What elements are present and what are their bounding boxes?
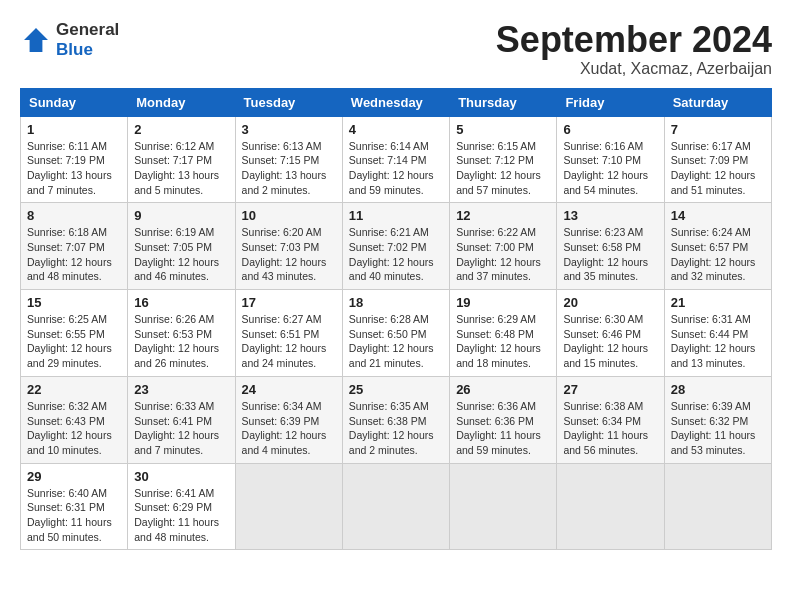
calendar-cell: 1 Sunrise: 6:11 AM Sunset: 7:19 PM Dayli…: [21, 116, 128, 203]
day-info: Sunrise: 6:29 AM Sunset: 6:48 PM Dayligh…: [456, 312, 550, 371]
month-title: September 2024: [496, 20, 772, 60]
calendar-cell: 8 Sunrise: 6:18 AM Sunset: 7:07 PM Dayli…: [21, 203, 128, 290]
calendar-cell: 23 Sunrise: 6:33 AM Sunset: 6:41 PM Dayl…: [128, 376, 235, 463]
day-number: 16: [134, 295, 228, 310]
calendar-cell: 11 Sunrise: 6:21 AM Sunset: 7:02 PM Dayl…: [342, 203, 449, 290]
day-number: 5: [456, 122, 550, 137]
day-info: Sunrise: 6:27 AM Sunset: 6:51 PM Dayligh…: [242, 312, 336, 371]
day-info: Sunrise: 6:12 AM Sunset: 7:17 PM Dayligh…: [134, 139, 228, 198]
calendar-cell: 18 Sunrise: 6:28 AM Sunset: 6:50 PM Dayl…: [342, 290, 449, 377]
day-number: 8: [27, 208, 121, 223]
day-number: 1: [27, 122, 121, 137]
day-number: 15: [27, 295, 121, 310]
calendar-cell: 24 Sunrise: 6:34 AM Sunset: 6:39 PM Dayl…: [235, 376, 342, 463]
calendar-cell: 14 Sunrise: 6:24 AM Sunset: 6:57 PM Dayl…: [664, 203, 771, 290]
day-number: 9: [134, 208, 228, 223]
day-info: Sunrise: 6:26 AM Sunset: 6:53 PM Dayligh…: [134, 312, 228, 371]
calendar-cell: [342, 463, 449, 550]
day-number: 27: [563, 382, 657, 397]
day-number: 12: [456, 208, 550, 223]
day-info: Sunrise: 6:40 AM Sunset: 6:31 PM Dayligh…: [27, 486, 121, 545]
calendar-cell: 22 Sunrise: 6:32 AM Sunset: 6:43 PM Dayl…: [21, 376, 128, 463]
day-info: Sunrise: 6:20 AM Sunset: 7:03 PM Dayligh…: [242, 225, 336, 284]
calendar-cell: [557, 463, 664, 550]
day-info: Sunrise: 6:36 AM Sunset: 6:36 PM Dayligh…: [456, 399, 550, 458]
day-info: Sunrise: 6:33 AM Sunset: 6:41 PM Dayligh…: [134, 399, 228, 458]
day-info: Sunrise: 6:24 AM Sunset: 6:57 PM Dayligh…: [671, 225, 765, 284]
calendar-cell: 9 Sunrise: 6:19 AM Sunset: 7:05 PM Dayli…: [128, 203, 235, 290]
day-info: Sunrise: 6:31 AM Sunset: 6:44 PM Dayligh…: [671, 312, 765, 371]
location: Xudat, Xacmaz, Azerbaijan: [496, 60, 772, 78]
day-info: Sunrise: 6:13 AM Sunset: 7:15 PM Dayligh…: [242, 139, 336, 198]
day-number: 11: [349, 208, 443, 223]
calendar-cell: [235, 463, 342, 550]
day-info: Sunrise: 6:11 AM Sunset: 7:19 PM Dayligh…: [27, 139, 121, 198]
day-info: Sunrise: 6:38 AM Sunset: 6:34 PM Dayligh…: [563, 399, 657, 458]
logo-blue: Blue: [56, 40, 93, 59]
logo-general: General: [56, 20, 119, 39]
calendar-cell: 28 Sunrise: 6:39 AM Sunset: 6:32 PM Dayl…: [664, 376, 771, 463]
day-info: Sunrise: 6:15 AM Sunset: 7:12 PM Dayligh…: [456, 139, 550, 198]
day-number: 21: [671, 295, 765, 310]
calendar-cell: 2 Sunrise: 6:12 AM Sunset: 7:17 PM Dayli…: [128, 116, 235, 203]
day-number: 18: [349, 295, 443, 310]
calendar-cell: 7 Sunrise: 6:17 AM Sunset: 7:09 PM Dayli…: [664, 116, 771, 203]
day-number: 2: [134, 122, 228, 137]
calendar-cell: 6 Sunrise: 6:16 AM Sunset: 7:10 PM Dayli…: [557, 116, 664, 203]
logo-text: General Blue: [56, 20, 119, 61]
day-info: Sunrise: 6:18 AM Sunset: 7:07 PM Dayligh…: [27, 225, 121, 284]
day-number: 3: [242, 122, 336, 137]
day-info: Sunrise: 6:28 AM Sunset: 6:50 PM Dayligh…: [349, 312, 443, 371]
calendar-cell: 21 Sunrise: 6:31 AM Sunset: 6:44 PM Dayl…: [664, 290, 771, 377]
day-info: Sunrise: 6:17 AM Sunset: 7:09 PM Dayligh…: [671, 139, 765, 198]
day-info: Sunrise: 6:22 AM Sunset: 7:00 PM Dayligh…: [456, 225, 550, 284]
day-number: 10: [242, 208, 336, 223]
calendar-table: SundayMondayTuesdayWednesdayThursdayFrid…: [20, 88, 772, 551]
day-number: 24: [242, 382, 336, 397]
calendar-cell: 30 Sunrise: 6:41 AM Sunset: 6:29 PM Dayl…: [128, 463, 235, 550]
calendar-cell: [664, 463, 771, 550]
calendar-header: SundayMondayTuesdayWednesdayThursdayFrid…: [21, 88, 772, 116]
calendar-cell: 19 Sunrise: 6:29 AM Sunset: 6:48 PM Dayl…: [450, 290, 557, 377]
calendar-cell: 17 Sunrise: 6:27 AM Sunset: 6:51 PM Dayl…: [235, 290, 342, 377]
calendar-cell: 27 Sunrise: 6:38 AM Sunset: 6:34 PM Dayl…: [557, 376, 664, 463]
day-info: Sunrise: 6:19 AM Sunset: 7:05 PM Dayligh…: [134, 225, 228, 284]
day-number: 19: [456, 295, 550, 310]
title-block: September 2024 Xudat, Xacmaz, Azerbaijan: [496, 20, 772, 78]
day-number: 25: [349, 382, 443, 397]
day-info: Sunrise: 6:30 AM Sunset: 6:46 PM Dayligh…: [563, 312, 657, 371]
day-number: 23: [134, 382, 228, 397]
day-info: Sunrise: 6:41 AM Sunset: 6:29 PM Dayligh…: [134, 486, 228, 545]
weekday-header: Sunday: [21, 88, 128, 116]
day-info: Sunrise: 6:35 AM Sunset: 6:38 PM Dayligh…: [349, 399, 443, 458]
calendar-cell: 3 Sunrise: 6:13 AM Sunset: 7:15 PM Dayli…: [235, 116, 342, 203]
svg-marker-0: [24, 28, 48, 52]
day-number: 28: [671, 382, 765, 397]
day-info: Sunrise: 6:32 AM Sunset: 6:43 PM Dayligh…: [27, 399, 121, 458]
day-number: 29: [27, 469, 121, 484]
weekday-header: Friday: [557, 88, 664, 116]
calendar-cell: [450, 463, 557, 550]
day-number: 22: [27, 382, 121, 397]
day-info: Sunrise: 6:23 AM Sunset: 6:58 PM Dayligh…: [563, 225, 657, 284]
page-header: General Blue September 2024 Xudat, Xacma…: [20, 20, 772, 78]
day-number: 17: [242, 295, 336, 310]
weekday-header: Tuesday: [235, 88, 342, 116]
day-info: Sunrise: 6:21 AM Sunset: 7:02 PM Dayligh…: [349, 225, 443, 284]
day-info: Sunrise: 6:39 AM Sunset: 6:32 PM Dayligh…: [671, 399, 765, 458]
calendar-cell: 26 Sunrise: 6:36 AM Sunset: 6:36 PM Dayl…: [450, 376, 557, 463]
day-number: 7: [671, 122, 765, 137]
day-number: 20: [563, 295, 657, 310]
logo-icon: [20, 24, 52, 56]
calendar-cell: 16 Sunrise: 6:26 AM Sunset: 6:53 PM Dayl…: [128, 290, 235, 377]
day-number: 4: [349, 122, 443, 137]
calendar-cell: 15 Sunrise: 6:25 AM Sunset: 6:55 PM Dayl…: [21, 290, 128, 377]
weekday-header: Monday: [128, 88, 235, 116]
logo: General Blue: [20, 20, 119, 61]
calendar-cell: 5 Sunrise: 6:15 AM Sunset: 7:12 PM Dayli…: [450, 116, 557, 203]
day-number: 14: [671, 208, 765, 223]
calendar-cell: 20 Sunrise: 6:30 AM Sunset: 6:46 PM Dayl…: [557, 290, 664, 377]
day-info: Sunrise: 6:25 AM Sunset: 6:55 PM Dayligh…: [27, 312, 121, 371]
day-info: Sunrise: 6:16 AM Sunset: 7:10 PM Dayligh…: [563, 139, 657, 198]
day-info: Sunrise: 6:34 AM Sunset: 6:39 PM Dayligh…: [242, 399, 336, 458]
